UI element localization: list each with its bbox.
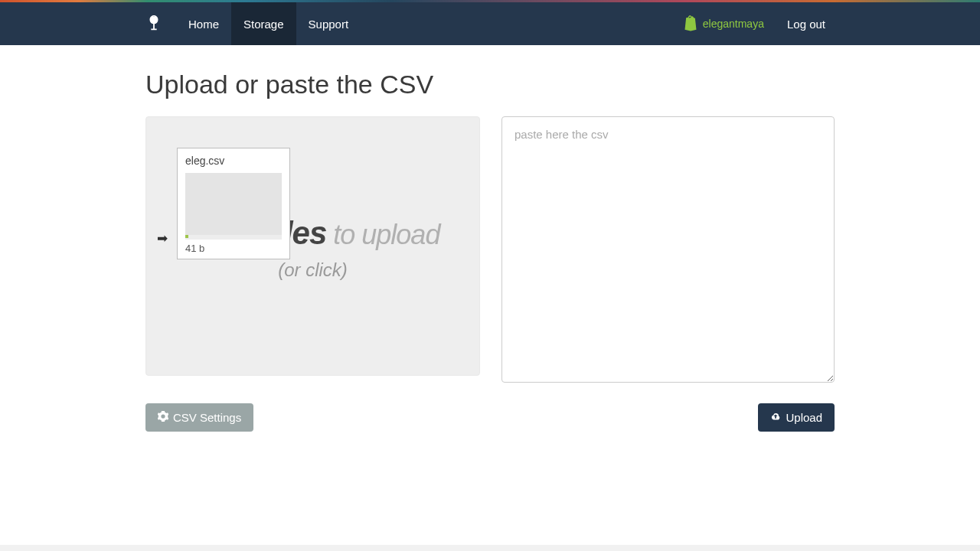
svg-point-0 bbox=[150, 17, 157, 24]
file-progress-bar bbox=[185, 235, 282, 240]
main-container: Upload or paste the CSV ➡ eleg.csv 41 b … bbox=[145, 70, 835, 462]
nav-item-support[interactable]: Support bbox=[296, 2, 361, 45]
navbar-right: elegantmaya Log out bbox=[683, 2, 835, 45]
file-dropzone[interactable]: ➡ eleg.csv 41 b Drop files to upload (or… bbox=[145, 116, 480, 376]
navbar: Home Storage Support elegantmaya Log out bbox=[0, 2, 980, 45]
footer: Created by menelabs, 2014 All Rights Res… bbox=[0, 545, 980, 551]
logout-link[interactable]: Log out bbox=[778, 18, 835, 31]
csv-settings-button[interactable]: CSV Settings bbox=[145, 403, 253, 432]
upload-icon bbox=[770, 411, 781, 424]
arrow-right-icon: ➡ bbox=[157, 230, 168, 246]
navbar-left: Home Storage Support bbox=[145, 2, 361, 45]
store-badge[interactable]: elegantmaya bbox=[683, 15, 764, 34]
upload-button[interactable]: Upload bbox=[758, 403, 835, 432]
paste-panel bbox=[501, 116, 835, 385]
dropzone-tail-text: to upload bbox=[326, 219, 439, 250]
file-name: eleg.csv bbox=[178, 148, 289, 173]
csv-settings-label: CSV Settings bbox=[173, 411, 241, 424]
gear-icon bbox=[158, 411, 168, 424]
nav-item-home[interactable]: Home bbox=[176, 2, 231, 45]
file-thumbnail bbox=[185, 173, 282, 235]
csv-paste-textarea[interactable] bbox=[501, 116, 835, 383]
uploaded-file-card[interactable]: eleg.csv 41 b bbox=[177, 148, 290, 259]
brand-icon[interactable] bbox=[145, 2, 176, 45]
panels-row: ➡ eleg.csv 41 b Drop files to upload (or… bbox=[145, 116, 835, 385]
upload-button-label: Upload bbox=[786, 411, 822, 424]
footer-text: Created by menelabs, 2014 All Rights Res… bbox=[145, 545, 835, 551]
file-size: 41 b bbox=[178, 240, 289, 259]
shopify-icon bbox=[683, 15, 698, 34]
dropzone-sub-text: (or click) bbox=[146, 259, 479, 281]
actions-row: CSV Settings Upload bbox=[145, 403, 835, 432]
page-title: Upload or paste the CSV bbox=[145, 70, 835, 99]
nav-item-storage[interactable]: Storage bbox=[231, 2, 296, 45]
store-name: elegantmaya bbox=[703, 18, 764, 30]
